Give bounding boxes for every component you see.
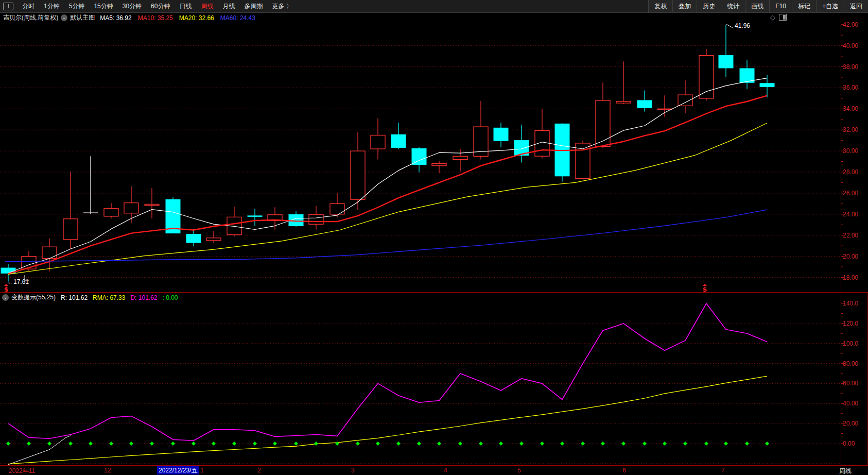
date-axis-bar: 2022/12/23/五 周线 2022年11121234567: [0, 465, 868, 475]
candle-body: [699, 56, 714, 98]
zero-dot: [212, 442, 216, 446]
zero-dot: [68, 442, 73, 446]
candle-body: [494, 128, 508, 141]
zero-dot: [540, 442, 544, 446]
zero-dot: [376, 442, 380, 446]
zero-dot: [437, 442, 441, 446]
candle-body: [206, 238, 221, 241]
candle-body: [371, 135, 385, 149]
zero-dot: [109, 442, 113, 446]
signal-marker: $: [703, 286, 707, 293]
candle-body: [453, 156, 467, 159]
zero-dot: [560, 442, 564, 446]
zero-dot: [27, 442, 31, 446]
zero-dot: [192, 442, 196, 446]
month-label-6: 6: [622, 467, 626, 474]
main-axis-label-26.00: 26.00: [843, 190, 866, 197]
zero-dot: [621, 442, 626, 446]
trading-app-window: 分时1分钟5分钟15分钟30分钟60分钟日线周线月线多周期更多 〉 复权叠加历史…: [0, 0, 868, 475]
zero-dot: [273, 442, 277, 446]
selected-date-badge: 2022/12/23/五: [157, 466, 199, 474]
candle-body: [145, 204, 159, 205]
zero-dot: [150, 442, 154, 446]
sub-axis-label-0.00: 0.00: [843, 440, 866, 447]
zero-dot: [294, 442, 298, 446]
zero-dot: [356, 442, 360, 446]
main-axis-label-32.00: 32.00: [843, 126, 866, 133]
candle-body: [124, 203, 138, 213]
ma5-line: [8, 78, 767, 274]
zero-dot: [47, 442, 51, 446]
zero-dot: [765, 442, 769, 446]
ma60-line: [5, 210, 767, 262]
low-price-annotation: ←17.61: [7, 278, 29, 285]
sub-axis-label-140.0: 140.0: [843, 300, 866, 307]
candle-body: [412, 148, 426, 164]
main-axis-label-40.00: 40.00: [843, 42, 866, 49]
indicator-header: ⌄ 变数提示(55,25) R: 101.62RMA: 67.33D: 101.…: [0, 293, 183, 302]
zero-dot: [89, 442, 93, 446]
zero-dot: [458, 442, 462, 446]
high-annotation-arrow: [726, 24, 733, 28]
zero-dot: [314, 442, 318, 446]
period-status-label: 周线: [839, 467, 852, 475]
main-axis-label-38.00: 38.00: [843, 63, 866, 71]
main-axis-label-18.00: 18.00: [843, 274, 866, 281]
candle-body: [330, 203, 344, 214]
candle-body: [248, 216, 262, 216]
month-label-2: 2: [257, 467, 261, 474]
indicator-name: 变数提示(55,25): [11, 293, 56, 302]
zero-dot: [396, 442, 401, 446]
ma10-line: [8, 96, 767, 274]
sub-axis-label-20.00: 20.00: [843, 420, 866, 427]
main-axis-label-42.00: 42.00: [843, 21, 866, 28]
main-axis-label-34.00: 34.00: [843, 105, 866, 112]
indicator-values: R: 101.62RMA: 67.33D: 101.62: 0.00: [61, 294, 183, 301]
indicator-collapse-icon[interactable]: ⌄: [2, 294, 9, 301]
candle-body: [432, 164, 446, 166]
chart-canvas[interactable]: $$: [0, 0, 868, 475]
candle-body: [186, 234, 201, 243]
zero-dot: [253, 442, 257, 446]
candle-body: [104, 209, 118, 216]
candle-body: [391, 134, 406, 147]
sub-axis-label-60.00: 60.00: [843, 380, 866, 387]
zero-dot: [129, 442, 133, 446]
zero-dot: [232, 442, 236, 446]
month-label-2022年11: 2022年11: [9, 467, 35, 475]
candle-body: [351, 151, 365, 199]
month-label-5: 5: [517, 467, 521, 474]
zero-dot: [581, 442, 585, 446]
month-label-3: 3: [351, 467, 355, 474]
candle-body: [678, 95, 692, 106]
indicator-output-2: D: 101.62: [130, 294, 157, 301]
zero-dot: [704, 442, 708, 446]
signal-marker: $: [4, 286, 8, 293]
zero-dot: [724, 442, 728, 446]
zero-dot: [663, 442, 667, 446]
zero-dot: [499, 442, 503, 446]
month-label-4: 4: [444, 467, 447, 474]
sub-axis-label-80.00: 80.00: [843, 360, 866, 367]
candle-body: [719, 56, 733, 68]
sub-axis-label-40.00: 40.00: [843, 400, 866, 407]
indicator-output-1: RMA: 67.33: [93, 294, 125, 301]
zero-dot: [6, 442, 10, 446]
main-axis-label-28.00: 28.00: [843, 168, 866, 176]
d-line: [8, 303, 767, 440]
main-axis-label-22.00: 22.00: [843, 232, 866, 239]
zero-dot: [683, 442, 687, 446]
indicator-output-0: R: 101.62: [61, 294, 88, 301]
zero-dot: [479, 442, 483, 446]
zero-dot: [643, 442, 647, 446]
candle-body: [637, 100, 652, 108]
indicator-output-3: : 0.00: [163, 294, 178, 301]
candle-body: [63, 219, 78, 240]
month-label-1: 1: [200, 467, 204, 474]
main-axis-label-36.00: 36.00: [843, 84, 866, 91]
zero-dot: [601, 442, 605, 446]
candle-body: [616, 101, 631, 103]
candle-body: [42, 247, 57, 258]
ma20-line: [8, 123, 767, 275]
high-price-annotation: 41.96: [735, 22, 750, 29]
